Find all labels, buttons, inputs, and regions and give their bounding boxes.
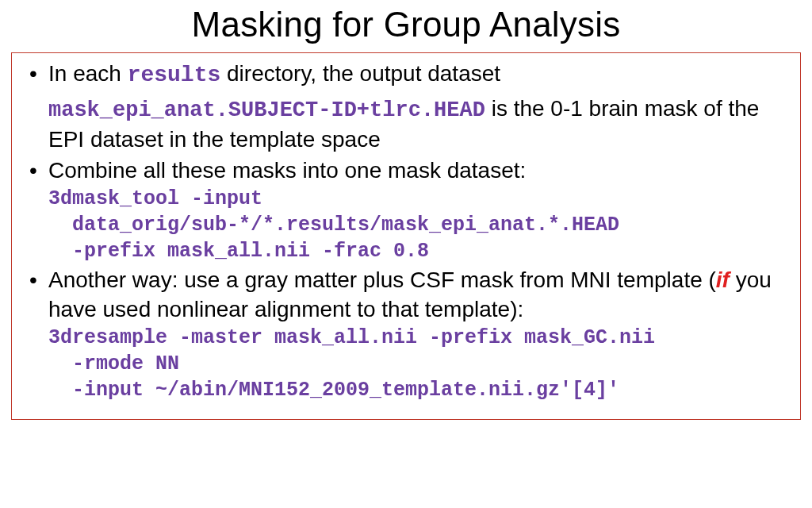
code-block: 3dresample -master mask_all.nii -prefix … — [48, 325, 791, 403]
bullet-list: In each results directory, the output da… — [21, 60, 791, 403]
bullet-3: Another way: use a gray matter plus CSF … — [21, 266, 791, 403]
text: directory, the output dataset — [220, 61, 500, 86]
content-box: In each results directory, the output da… — [11, 52, 801, 420]
slide: Masking for Group Analysis In each resul… — [0, 0, 812, 508]
bullet-2: Combine all these masks into one mask da… — [21, 156, 791, 264]
emphasis-if: if — [716, 267, 730, 292]
slide-title: Masking for Group Analysis — [0, 0, 812, 52]
text: Another way: use a gray matter plus CSF … — [48, 267, 716, 292]
sub-line: mask_epi_anat.SUBJECT-ID+tlrc.HEAD is th… — [48, 94, 791, 155]
bullet-1: In each results directory, the output da… — [21, 60, 791, 155]
text: In each — [48, 61, 128, 86]
text: Combine all these masks into one mask da… — [48, 158, 526, 183]
code-filename: mask_epi_anat.SUBJECT-ID+tlrc.HEAD — [48, 98, 485, 122]
code-inline: results — [128, 63, 221, 87]
code-block: 3dmask_tool -input data_orig/sub-*/*.res… — [48, 186, 791, 264]
